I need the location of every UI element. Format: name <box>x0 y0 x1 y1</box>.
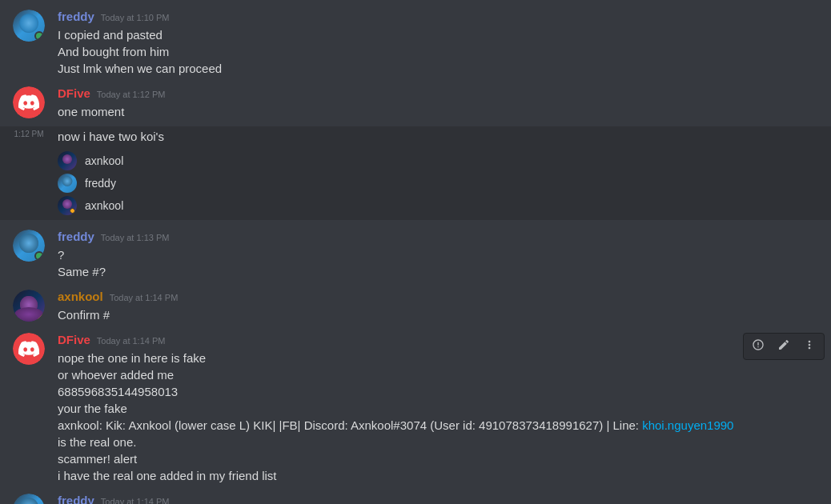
avatar <box>13 494 45 504</box>
message-group: freddy Today at 1:14 PM Then I'm not usi… <box>0 490 831 504</box>
message-text: I copied and pasted <box>58 26 818 43</box>
message-content: freddy Today at 1:14 PM Then I'm not usi… <box>58 494 818 504</box>
username[interactable]: DFive <box>58 86 90 100</box>
avatar <box>13 86 45 118</box>
message-content: freddy Today at 1:13 PM ? Same #? <box>58 230 818 280</box>
message-text: or whoever added me <box>58 366 818 383</box>
react-button[interactable] <box>747 335 769 358</box>
more-button[interactable] <box>798 335 821 358</box>
edit-button[interactable] <box>773 335 795 358</box>
message-header: DFive Today at 1:12 PM <box>58 86 818 100</box>
message-text: And bought from him <box>58 43 818 60</box>
mini-username[interactable]: axnkool <box>85 154 123 167</box>
timestamp: Today at 1:10 PM <box>101 13 170 22</box>
timestamp: Today at 1:13 PM <box>101 233 170 242</box>
mini-avatar <box>58 196 77 215</box>
message-text: Just lmk when we can proceed <box>58 60 818 77</box>
discord-icon <box>18 92 39 113</box>
mini-avatar <box>58 174 77 193</box>
message-header: freddy Today at 1:10 PM <box>58 10 818 23</box>
discord-icon <box>18 338 39 359</box>
avatar <box>13 333 45 365</box>
message-text: now i have two koi's <box>58 128 818 145</box>
dfive-avatar <box>13 333 45 365</box>
message-text: one moment <box>58 103 818 120</box>
message-header: freddy Today at 1:14 PM <box>58 494 818 504</box>
avatar <box>13 230 45 262</box>
mini-avatar-row: axnkool <box>58 194 818 217</box>
dfive-avatar <box>13 86 45 118</box>
message-group: freddy Today at 1:10 PM I copied and pas… <box>0 6 831 80</box>
message-content: axnkool Today at 1:14 PM Confirm # <box>58 290 818 323</box>
timestamp: Today at 1:14 PM <box>101 497 170 504</box>
message-group: DFive Today at 1:12 PM one moment <box>0 83 831 123</box>
username[interactable]: freddy <box>58 230 94 243</box>
mini-username[interactable]: axnkool <box>85 199 123 212</box>
mini-avatars-block: axnkool freddy axnkool <box>0 146 831 220</box>
username[interactable]: DFive <box>58 333 90 346</box>
mini-username[interactable]: freddy <box>85 177 116 190</box>
message-group: DFive Today at 1:14 PM nope the one in h… <box>0 330 831 487</box>
message-text: axnkool: Kik: Axnkool (lower case L) KIK… <box>58 417 818 434</box>
timestamp: Today at 1:14 PM <box>110 293 179 302</box>
message-text: ? <box>58 246 818 263</box>
freddy-avatar <box>13 494 45 504</box>
message-text: Same #? <box>58 263 818 280</box>
timestamp: Today at 1:12 PM <box>97 90 166 99</box>
message-text: i have the real one added in my friend l… <box>58 467 818 484</box>
message-text: your the fake <box>58 400 818 417</box>
mini-avatar-row: freddy <box>58 172 818 194</box>
message-group: freddy Today at 1:13 PM ? Same #? <box>0 226 831 283</box>
message-text: is the real one. <box>58 434 818 450</box>
avatar <box>13 10 45 42</box>
message-text: Confirm # <box>58 306 818 323</box>
time-indicator: 1:12 PM <box>13 130 45 138</box>
highlighted-message: 1:12 PM now i have two koi's <box>0 126 831 146</box>
message-actions <box>743 333 825 360</box>
message-content: DFive Today at 1:14 PM nope the one in h… <box>58 333 818 484</box>
message-content: freddy Today at 1:10 PM I copied and pas… <box>58 10 818 77</box>
username[interactable]: freddy <box>58 10 94 23</box>
mini-avatar <box>58 151 77 170</box>
message-header: axnkool Today at 1:14 PM <box>58 290 818 303</box>
mini-avatar-row: axnkool <box>58 150 818 172</box>
username[interactable]: axnkool <box>58 290 103 303</box>
chat-container: freddy Today at 1:10 PM I copied and pas… <box>0 0 831 504</box>
message-header: freddy Today at 1:13 PM <box>58 230 818 243</box>
message-header: DFive Today at 1:14 PM <box>58 333 818 346</box>
username[interactable]: freddy <box>58 494 94 504</box>
message-content: DFive Today at 1:12 PM one moment <box>58 86 818 120</box>
message-group: axnkool Today at 1:14 PM Confirm # <box>0 286 831 326</box>
timestamp: Today at 1:14 PM <box>97 336 166 346</box>
message-text: 688596835144958013 <box>58 383 818 400</box>
message-text: nope the one in here is fake <box>58 350 818 366</box>
message-text: scammer! alert <box>58 450 818 467</box>
avatar <box>13 290 45 322</box>
